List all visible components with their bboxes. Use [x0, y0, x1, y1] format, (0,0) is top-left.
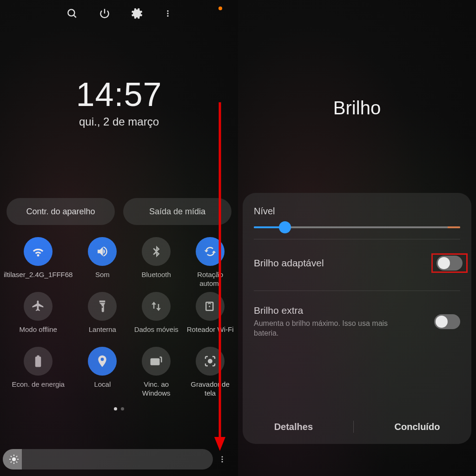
tile-label: Som	[94, 271, 111, 288]
details-button[interactable]: Detalhes	[274, 422, 313, 432]
tile-windows[interactable]: Vinc. ao Windows	[131, 347, 181, 398]
battery-icon	[24, 347, 53, 376]
adaptive-toggle[interactable]	[436, 256, 463, 271]
topbar	[0, 0, 238, 27]
tile-label: Vinc. ao Windows	[131, 380, 181, 398]
brightness-card: Nível Brilho adaptável Brilho extra	[243, 193, 471, 444]
clock-date: qui., 2 de março	[0, 115, 238, 128]
level-section: Nível	[254, 206, 460, 239]
flashlight-icon	[88, 292, 117, 321]
svg-point-2	[167, 10, 168, 12]
location-icon	[88, 347, 117, 376]
annotation-highlight	[431, 253, 468, 273]
tile-label: Bluetooth	[141, 271, 172, 288]
extra-row: Brilho extra Aumenta o brilho máximo. Is…	[254, 299, 460, 347]
svg-line-1	[74, 15, 76, 18]
tile-rotation[interactable]: Rotação autom.	[185, 237, 235, 288]
svg-point-16	[222, 459, 223, 460]
bluetooth-icon	[142, 237, 171, 266]
footer-divider	[353, 421, 354, 433]
tile-label: Lanterna	[88, 325, 117, 343]
svg-line-12	[16, 462, 17, 463]
tile-label: Local	[93, 380, 112, 398]
device-controls-button[interactable]: Contr. do aparelho	[7, 198, 115, 225]
hotspot-icon	[196, 292, 225, 321]
svg-line-11	[11, 456, 12, 457]
clock-time: 14:57	[0, 75, 238, 113]
windows-icon	[142, 347, 171, 376]
tile-recorder[interactable]: Gravador de tela	[185, 347, 235, 398]
extra-sub: Aumenta o brilho máximo. Isso usa mais b…	[254, 319, 403, 338]
tile-airplane[interactable]: Modo offline	[3, 292, 73, 343]
tile-battery[interactable]: Econ. de energia	[3, 347, 73, 398]
tile-label: Rotação autom.	[185, 271, 235, 288]
wifi-icon	[24, 237, 53, 266]
tile-label: iltilaser_2.4G_1FFF68	[3, 271, 73, 288]
clock-block: 14:57 qui., 2 de março	[0, 75, 238, 128]
card-footer: Detalhes Concluído	[254, 412, 460, 436]
panel-title: Brilho	[238, 98, 476, 119]
svg-point-0	[68, 9, 74, 16]
media-output-button[interactable]: Saída de mídia	[123, 198, 231, 225]
tile-wifi[interactable]: iltilaser_2.4G_1FFF68	[3, 237, 73, 288]
svg-point-3	[167, 13, 168, 14]
brightness-panel: Brilho Nível Brilho adaptável	[238, 0, 476, 476]
svg-line-14	[16, 456, 17, 457]
sun-icon	[8, 454, 20, 465]
volume-icon	[88, 237, 117, 266]
pill-row: Contr. do aparelho Saída de mídia	[0, 198, 238, 225]
svg-point-6	[12, 457, 16, 461]
tile-label: Roteador Wi-Fi	[186, 325, 235, 343]
done-button[interactable]: Concluído	[395, 422, 440, 432]
svg-point-5	[208, 359, 212, 363]
search-icon[interactable]	[66, 7, 78, 20]
extra-toggle[interactable]	[434, 314, 460, 329]
svg-point-15	[222, 456, 223, 457]
brightness-bar	[0, 447, 238, 471]
notification-dot-icon	[218, 7, 222, 10]
more-icon[interactable]	[164, 7, 172, 20]
level-slider[interactable]	[254, 225, 460, 230]
tile-sound[interactable]: Som	[77, 237, 127, 288]
extra-label: Brilho extra	[254, 305, 428, 316]
quick-settings-panel: 14:57 qui., 2 de março Contr. do aparelh…	[0, 0, 238, 476]
tile-flashlight[interactable]: Lanterna	[77, 292, 127, 343]
data-icon	[142, 292, 171, 321]
tile-label: Modo offline	[18, 325, 58, 343]
level-label: Nível	[254, 206, 460, 217]
rotate-icon	[196, 237, 225, 266]
record-icon	[196, 347, 225, 376]
svg-point-17	[222, 461, 223, 463]
page-indicator	[0, 407, 238, 410]
svg-point-4	[167, 15, 168, 17]
adaptive-label: Brilho adaptável	[254, 258, 425, 269]
tile-bluetooth[interactable]: Bluetooth	[131, 237, 181, 288]
tile-grid: iltilaser_2.4G_1FFF68SomBluetoothRotação…	[0, 225, 238, 398]
tile-data[interactable]: Dados móveis	[131, 292, 181, 343]
tile-label: Gravador de tela	[185, 380, 235, 398]
tile-label: Econ. de energia	[11, 380, 65, 398]
brightness-slider[interactable]	[3, 449, 213, 469]
tile-location[interactable]: Local	[77, 347, 127, 398]
tile-label: Dados móveis	[133, 325, 179, 343]
gear-icon[interactable]	[131, 7, 143, 20]
brightness-more-icon[interactable]	[213, 455, 231, 463]
svg-line-13	[11, 462, 12, 463]
tile-hotspot[interactable]: Roteador Wi-Fi	[185, 292, 235, 343]
power-icon[interactable]	[99, 7, 111, 20]
airplane-icon	[24, 292, 53, 321]
adaptive-row: Brilho adaptável	[254, 248, 460, 291]
